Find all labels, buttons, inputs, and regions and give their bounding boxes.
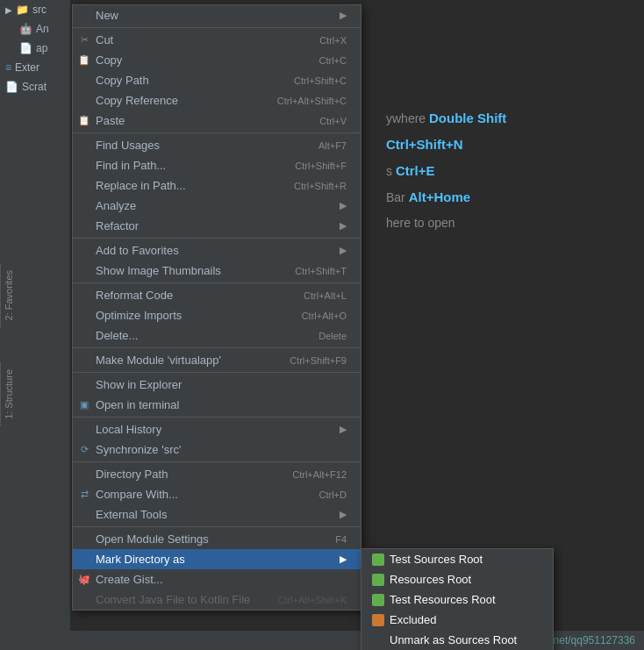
shortcut: F4	[335, 534, 347, 545]
menu-label: Create Gist...	[96, 573, 347, 586]
submenu-item-unmark[interactable]: Unmark as Sources Root	[361, 630, 553, 650]
resources-icon	[372, 574, 384, 586]
hint-text: ywhere	[386, 111, 429, 125]
menu-item-cut[interactable]: ✂ Cut Ctrl+X	[73, 30, 361, 50]
menu-item-replace-in-path[interactable]: Replace in Path... Ctrl+Shift+R	[73, 175, 361, 196]
shortcut: Ctrl+Alt+Shift+K	[277, 595, 347, 605]
menu-label: External Tools	[96, 508, 335, 521]
menu-label: Local History	[96, 423, 335, 436]
menu-item-optimize-imports[interactable]: Optimize Imports Ctrl+Alt+O	[73, 305, 361, 325]
tab-label: 2: Favorites	[4, 270, 14, 320]
copy-icon: 📋	[76, 54, 92, 66]
menu-label: Compare With...	[96, 488, 302, 501]
menu-item-open-terminal[interactable]: ▣ Open in terminal	[73, 395, 361, 415]
hint-text: here to open	[386, 216, 455, 230]
menu-item-refactor[interactable]: Refactor ▶	[73, 216, 361, 236]
sidebar-item-an[interactable]: 🤖 An	[0, 19, 70, 39]
menu-label: Analyze	[96, 199, 335, 212]
separator	[73, 238, 361, 239]
menu-label: Find Usages	[96, 139, 301, 152]
menu-label: Synchronize 'src'	[96, 443, 347, 456]
sidebar-label: src	[32, 4, 47, 16]
menu-label: Paste	[96, 114, 302, 127]
submenu-arrow: ▶	[340, 220, 347, 232]
shortcut: Ctrl+Alt+Shift+C	[277, 96, 347, 106]
menu-item-open-module-settings[interactable]: Open Module Settings F4	[73, 529, 361, 549]
menu-label: Show Image Thumbnails	[96, 264, 277, 277]
hint-text: Bar	[386, 190, 409, 204]
separator	[73, 132, 361, 133]
submenu-arrow: ▶	[340, 245, 347, 256]
menu-item-add-favorites[interactable]: Add to Favorites ▶	[73, 240, 361, 261]
menu-item-create-gist[interactable]: 🐙 Create Gist...	[73, 569, 361, 589]
menu-item-mark-directory-as[interactable]: Mark Directory as ▶ Test Sources Root Re…	[73, 549, 361, 569]
bar-icon: ≡	[5, 61, 11, 74]
menu-item-find-usages[interactable]: Find Usages Alt+F7	[73, 135, 361, 155]
hint-shortcut: Ctrl+E	[396, 163, 435, 178]
menu-item-copy-path[interactable]: Copy Path Ctrl+Shift+C	[73, 70, 361, 90]
excluded-icon	[372, 614, 384, 626]
submenu-label: Test Resources Root	[390, 593, 542, 606]
menu-item-convert-java: Convert Java File to Kotlin File Ctrl+Al…	[73, 589, 361, 610]
submenu-item-excluded[interactable]: Excluded	[361, 610, 553, 630]
menu-item-synchronize[interactable]: ⟳ Synchronize 'src'	[73, 439, 361, 460]
paste-icon: 📋	[76, 115, 92, 126]
sidebar-item-external[interactable]: ≡ Exter	[0, 58, 70, 77]
menu-label: Delete...	[96, 329, 301, 342]
shortcut: Delete	[318, 331, 347, 341]
tab-favorites[interactable]: 2: Favorites	[0, 263, 17, 327]
separator	[73, 372, 361, 373]
sidebar-item-src[interactable]: ▶ 📁 src	[0, 0, 70, 19]
mark-directory-submenu: Test Sources Root Resources Root Test Re…	[361, 548, 554, 650]
hint-shortcut: Double Shift	[429, 111, 506, 125]
hint-shortcut: Alt+Home	[409, 189, 470, 204]
sidebar-label: An	[36, 23, 49, 35]
menu-item-delete[interactable]: Delete... Delete	[73, 325, 361, 346]
submenu-arrow: ▶	[340, 424, 347, 435]
menu-label: Reformat Code	[96, 289, 286, 302]
menu-item-external-tools[interactable]: External Tools ▶	[73, 504, 361, 525]
shortcut: Ctrl+Shift+R	[294, 181, 347, 191]
menu-item-copy[interactable]: 📋 Copy Ctrl+C	[73, 50, 361, 70]
menu-item-make-module[interactable]: Make Module 'virtualapp' Ctrl+Shift+F9	[73, 350, 361, 370]
sidebar-item-scratch[interactable]: 📄 Scrat	[0, 77, 70, 96]
shortcut: Ctrl+Shift+T	[295, 266, 347, 276]
tab-structure[interactable]: 1: Structure	[0, 362, 17, 426]
test-resources-icon	[372, 594, 384, 606]
menu-label: Optimize Imports	[96, 309, 284, 322]
submenu-item-resources[interactable]: Resources Root	[361, 569, 553, 589]
hint-shortcut: Ctrl+Shift+N	[386, 137, 463, 152]
context-menu: New ▶ ✂ Cut Ctrl+X 📋 Copy Ctrl+C Copy Pa…	[72, 4, 361, 611]
menu-item-copy-reference[interactable]: Copy Reference Ctrl+Alt+Shift+C	[73, 90, 361, 111]
menu-item-local-history[interactable]: Local History ▶	[73, 419, 361, 439]
menu-label: Open in terminal	[96, 398, 347, 411]
compare-icon: ⇄	[76, 489, 92, 500]
menu-item-show-explorer[interactable]: Show in Explorer	[73, 375, 361, 395]
menu-label: Convert Java File to Kotlin File	[96, 593, 260, 606]
menu-item-show-thumbnails[interactable]: Show Image Thumbnails Ctrl+Shift+T	[73, 261, 361, 281]
menu-label: Find in Path...	[96, 159, 277, 172]
submenu-item-test-sources[interactable]: Test Sources Root	[361, 549, 553, 569]
expand-arrow: ▶	[5, 5, 12, 15]
menu-item-new[interactable]: New ▶	[73, 5, 361, 25]
menu-label: Replace in Path...	[96, 179, 276, 192]
tab-label: 1: Structure	[4, 369, 14, 419]
shortcut: Ctrl+Alt+F12	[292, 469, 347, 480]
menu-item-find-in-path[interactable]: Find in Path... Ctrl+Shift+F	[73, 155, 361, 175]
menu-item-analyze[interactable]: Analyze ▶	[73, 196, 361, 216]
shortcut: Ctrl+C	[319, 55, 347, 66]
menu-label: Cut	[96, 33, 302, 46]
submenu-label: Excluded	[390, 613, 542, 626]
menu-item-paste[interactable]: 📋 Paste Ctrl+V	[73, 111, 361, 131]
menu-item-reformat-code[interactable]: Reformat Code Ctrl+Alt+L	[73, 285, 361, 305]
shortcut: Alt+F7	[318, 140, 347, 151]
shortcut: Ctrl+Alt+O	[302, 311, 347, 321]
shortcut: Ctrl+Shift+C	[294, 75, 347, 86]
menu-label: Copy Reference	[96, 94, 260, 107]
menu-item-compare-with[interactable]: ⇄ Compare With... Ctrl+D	[73, 484, 361, 504]
submenu-label: Resources Root	[390, 573, 542, 586]
submenu-item-test-resources[interactable]: Test Resources Root	[361, 589, 553, 610]
sidebar-item-ap[interactable]: 📄 ap	[0, 39, 70, 58]
menu-item-directory-path[interactable]: Directory Path Ctrl+Alt+F12	[73, 464, 361, 484]
shortcut: Ctrl+Shift+F9	[290, 355, 347, 366]
